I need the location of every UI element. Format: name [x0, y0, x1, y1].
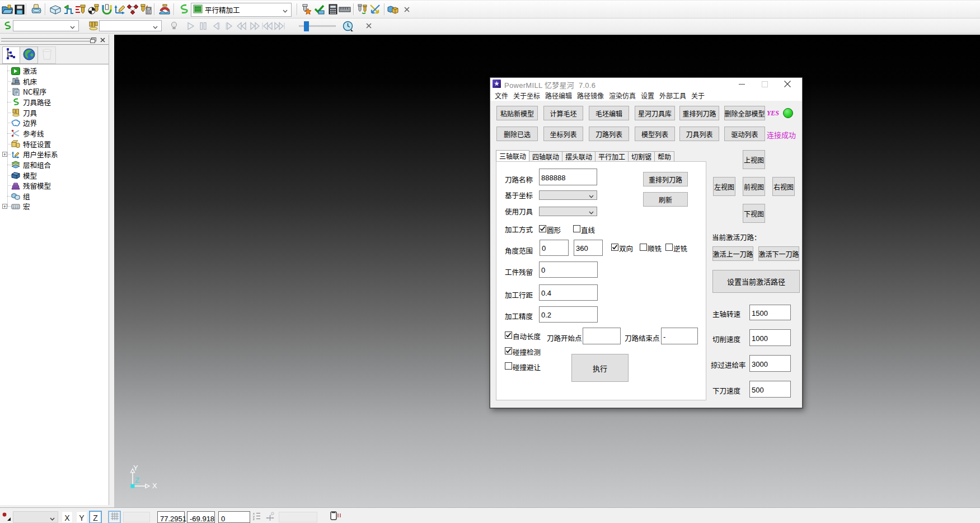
save-icon[interactable] [13, 3, 26, 16]
menu-item-3[interactable]: 路径编辑 [545, 91, 572, 100]
quick-button-刀路列表[interactable]: 刀路列表 [589, 127, 629, 141]
tree-item-boundary[interactable]: 边界 [0, 118, 37, 128]
based-coord-combo[interactable] [539, 190, 597, 200]
sim-speed-slider[interactable] [299, 25, 336, 27]
quick-button-刀具列表[interactable]: 刀具列表 [679, 127, 719, 141]
tab-切割锯[interactable]: 切割锯 [629, 151, 655, 161]
view-right-button[interactable]: 右视图 [772, 177, 795, 196]
tree-item-activate[interactable]: 激活 [0, 66, 37, 76]
set-active-path-button[interactable]: 设置当前激活路径 [712, 270, 800, 293]
reorder-toolpath-button[interactable]: 重排列刀路 [643, 172, 688, 186]
minimize-button[interactable] [733, 78, 750, 90]
tree-item-models[interactable]: 模型 [0, 170, 37, 181]
clock-icon[interactable] [341, 20, 354, 32]
tab-三轴联动[interactable]: 三轴联动 [496, 150, 529, 161]
tree-item-pattern-ref[interactable]: 参考线 [0, 128, 44, 139]
play-icon[interactable] [185, 20, 197, 32]
view-bottom-button[interactable]: 下视图 [743, 204, 765, 223]
plunge-speed-input[interactable]: 500 [749, 381, 791, 398]
tree-item-stock-model[interactable]: 残留模型 [0, 180, 51, 191]
toolpath-calc-icon[interactable] [139, 3, 152, 16]
axis-z-button[interactable]: Z [89, 511, 102, 523]
conventional-checkbox[interactable] [665, 244, 673, 251]
angle-from-input[interactable]: 0 [540, 240, 569, 256]
axis-cross-icon[interactable] [265, 511, 275, 521]
print-icon[interactable] [30, 3, 43, 16]
rapid-heights-icon[interactable] [62, 3, 74, 16]
step-forward-icon[interactable] [223, 20, 235, 32]
execute-button[interactable]: 执行 [571, 354, 629, 382]
use-tool-combo[interactable] [539, 207, 597, 216]
tool-pair-icon[interactable] [357, 3, 369, 16]
quick-button-毛坯编辑[interactable]: 毛坯编辑 [589, 106, 629, 120]
bidirectional-checkbox[interactable] [611, 244, 618, 251]
collision-check-icon[interactable] [300, 3, 312, 16]
tab-平行加工[interactable]: 平行加工 [595, 151, 629, 161]
coord-z-field[interactable]: 0 [218, 511, 250, 523]
close-toolbar2-icon[interactable] [363, 20, 375, 32]
block-icon[interactable] [49, 3, 62, 16]
menu-item-2[interactable]: 关于坐标 [513, 91, 540, 100]
tree-item-feature-set[interactable]: 特征设置 [0, 139, 51, 150]
swap-arrows-icon[interactable] [369, 3, 381, 16]
straight-checkbox[interactable] [573, 225, 580, 232]
toolpath-strategy-combo[interactable]: 平行精加工 [191, 3, 292, 17]
tree-item-machine[interactable]: 机床 [0, 76, 37, 87]
panel-tab-trash[interactable] [38, 46, 56, 64]
leads-links-icon[interactable] [101, 3, 113, 16]
panel-grip[interactable] [1, 38, 95, 42]
grid-toggle-button[interactable] [108, 511, 121, 523]
collision-detect-checkbox[interactable] [505, 347, 512, 354]
tree-item-nc-program[interactable]: NC程序 [0, 86, 46, 97]
quick-button-重排列刀路[interactable]: 重排列刀路 [679, 106, 719, 120]
tree-item-workplane[interactable]: 用户坐标系 [0, 149, 58, 160]
rewind-icon[interactable] [235, 20, 247, 32]
tab-摆头联动[interactable]: 摆头联动 [562, 151, 595, 161]
dialog-titlebar[interactable]: PowerMILL 忆梦星河 7.0.6 [490, 78, 802, 90]
skim-rate-input[interactable]: 3000 [749, 355, 791, 372]
coord-y-field[interactable]: -69.918 [187, 511, 215, 523]
feeds-speeds-icon[interactable] [87, 3, 100, 16]
menu-item-1[interactable]: 文件 [495, 91, 508, 100]
pick-indicator-icon[interactable] [1, 511, 11, 521]
xyz-list-icon[interactable]: xyz [252, 511, 261, 520]
tree-item-groups[interactable]: 组 [0, 191, 30, 202]
start-point-input[interactable] [583, 328, 621, 344]
toolpath-name-input[interactable]: 888888 [539, 169, 597, 185]
workplane-edit-icon[interactable] [114, 3, 126, 16]
sim-tool-combo[interactable] [99, 20, 162, 31]
refresh-button[interactable]: 刷新 [643, 192, 688, 207]
grid-size-field[interactable] [123, 512, 150, 522]
auto-length-checkbox[interactable] [505, 331, 512, 339]
step-back-icon[interactable] [210, 20, 222, 32]
pause-icon[interactable] [197, 20, 209, 32]
sim-toolpath-combo[interactable] [13, 20, 79, 31]
menu-item-7[interactable]: 外部工具 [659, 91, 686, 100]
collision-avoid-checkbox[interactable] [505, 362, 512, 370]
quick-button-删除已选[interactable]: 删除已选 [496, 127, 538, 141]
tab-帮助[interactable]: 帮助 [655, 151, 674, 161]
axis-x-button[interactable]: X [62, 511, 73, 523]
quick-button-粘贴新模型[interactable]: 粘贴新模型 [496, 106, 538, 120]
calculator-icon[interactable] [327, 3, 339, 16]
quick-button-计算毛坯[interactable]: 计算毛坯 [543, 106, 583, 120]
coord-x-field[interactable]: 77.2951 [157, 511, 185, 523]
menu-item-6[interactable]: 设置 [641, 91, 654, 100]
activate-prev-button[interactable]: 激活上一刀路 [712, 246, 753, 261]
maximize-button[interactable] [756, 78, 773, 90]
close-button[interactable] [779, 78, 796, 90]
workplane-combo[interactable] [13, 511, 58, 523]
open-icon[interactable] [1, 3, 13, 16]
panel-tab-explorer-tree[interactable] [2, 46, 20, 64]
view-top-button[interactable]: 上视图 [743, 150, 765, 169]
fast-forward-icon[interactable] [248, 20, 261, 32]
tree-item-toolpath[interactable]: 刀具路径 [0, 97, 51, 108]
menu-item-8[interactable]: 关于 [691, 91, 705, 100]
holder-profile-icon[interactable] [158, 3, 171, 16]
view-front-button[interactable]: 前视图 [743, 177, 765, 196]
spindle-speed-input[interactable]: 1500 [749, 305, 791, 320]
to-start-icon[interactable] [261, 20, 273, 32]
tree-expand-toggle[interactable]: + [2, 152, 7, 157]
climb-checkbox[interactable] [640, 244, 647, 251]
tolerance-field[interactable] [279, 512, 317, 522]
